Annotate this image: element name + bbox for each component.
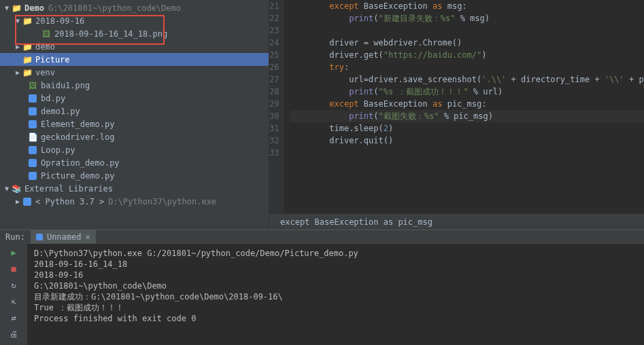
code-line[interactable]: try:	[290, 61, 644, 73]
tree-ext-libraries[interactable]: ▼ 📚 External Libraries	[0, 182, 269, 195]
line-number: 30	[269, 110, 279, 122]
folder-icon: 📁	[22, 16, 33, 26]
run-label: Run:	[0, 232, 31, 242]
tree-label: demo	[35, 42, 55, 52]
svg-rect-3	[29, 146, 37, 154]
console-output[interactable]: D:\Python37\python.exe G:/201801~/python…	[27, 244, 644, 345]
python-icon	[27, 158, 38, 168]
run-icon[interactable]: ▶	[11, 248, 16, 257]
svg-rect-5	[29, 172, 37, 180]
arrow-right-icon[interactable]: ▶	[14, 198, 22, 205]
close-icon[interactable]: ×	[85, 232, 90, 242]
tree-label: 2018-09-16	[35, 16, 84, 26]
arrow-down-icon[interactable]: ▼	[3, 4, 11, 12]
print-icon[interactable]: 🖨	[10, 329, 18, 339]
tree-label: Picture_demo.py	[41, 171, 114, 181]
tree-label: bd.py	[41, 94, 65, 103]
folder-icon: 📁	[22, 67, 33, 78]
tree-label: 2018-09-16-16_14_18.png	[54, 29, 167, 39]
code-line[interactable]: except BaseException as msg:	[290, 0, 644, 12]
tab-name: Unnamed	[47, 232, 82, 242]
folder-icon: 📁	[11, 3, 22, 14]
tree-folder-venv[interactable]: ▶ 📁 venv	[0, 66, 269, 79]
tree-label: baidu1.png	[41, 81, 90, 90]
tree-file[interactable]: 📄 geckodriver.log	[0, 130, 269, 143]
line-number: 21	[269, 0, 279, 12]
console-line: 2018-09-16	[34, 270, 637, 280]
project-tree[interactable]: ▼ 📁 Demo G:\201801~\python_code\Demo ▼ 📁…	[0, 0, 269, 208]
tree-folder-demo[interactable]: ▶ 📁 demo	[0, 40, 269, 53]
line-number: 25	[269, 49, 279, 61]
svg-rect-2	[29, 120, 37, 128]
code-line[interactable]: print("截图失败：%s" % pic_msg)	[290, 110, 644, 122]
arrow-down-icon[interactable]: ▼	[3, 185, 11, 192]
python-icon	[27, 106, 38, 117]
python-icon	[22, 196, 33, 207]
code-line[interactable]	[290, 147, 644, 159]
console-line: G:\201801~\python_code\Demo	[34, 280, 637, 291]
folder-icon: 📁	[22, 54, 33, 65]
tree-label: Picture	[35, 55, 70, 65]
console-line: D:\Python37\python.exe G:/201801~/python…	[34, 248, 637, 259]
tree-file[interactable]: bd.py	[0, 92, 269, 105]
image-icon: 🖼	[41, 29, 52, 39]
tree-label: External Libraries	[24, 184, 113, 194]
log-icon: 📄	[27, 132, 38, 143]
folder-icon: 📁	[22, 41, 33, 52]
code-line[interactable]: except BaseException as pic_msg:	[290, 98, 644, 110]
tree-project-root[interactable]: ▼ 📁 Demo G:\201801~\python_code\Demo	[0, 1, 269, 14]
arrow-down-icon[interactable]: ▼	[14, 17, 22, 24]
svg-rect-6	[23, 198, 31, 206]
tree-file[interactable]: demo1.py	[0, 105, 269, 117]
code-editor[interactable]: 21 22 23 24 25 26 27 28 29 30 31 32 33 e…	[269, 0, 644, 230]
tree-label: < Python 3.7 >	[35, 197, 104, 206]
line-number: 23	[269, 24, 279, 37]
line-number: 24	[269, 37, 279, 49]
svg-rect-0	[29, 94, 37, 103]
tree-path: D:\Python37\python.exe	[108, 197, 216, 206]
line-number: 26	[269, 61, 279, 73]
tree-label: geckodriver.log	[41, 132, 114, 142]
tree-file-png[interactable]: 🖼 2018-09-16-16_14_18.png	[0, 27, 269, 40]
code-line[interactable]: url=driver.save_screenshot('.\\' + direc…	[290, 73, 644, 86]
tree-file[interactable]: Picture_demo.py	[0, 169, 269, 182]
python-icon	[36, 234, 43, 240]
tree-folder-date[interactable]: ▼ 📁 2018-09-16	[0, 14, 269, 27]
code-line[interactable]	[290, 24, 644, 37]
code-content[interactable]: except BaseException as msg: print("新建目录…	[284, 0, 644, 213]
tree-folder-picture[interactable]: 📁 Picture	[0, 53, 269, 66]
arrow-right-icon[interactable]: ▶	[14, 43, 22, 50]
run-config-tab[interactable]: Unnamed ×	[31, 230, 96, 244]
code-line[interactable]: print("%s ：截图成功！！！" % url)	[290, 86, 644, 98]
tree-label: demo1.py	[41, 107, 80, 116]
stop-icon[interactable]: ■	[11, 264, 16, 274]
tree-file[interactable]: Opration_demo.py	[0, 156, 269, 169]
arrow-right-icon[interactable]: ▶	[14, 69, 22, 76]
line-number: 28	[269, 86, 279, 98]
breadcrumb-bar[interactable]: except BaseException as pic_msg	[269, 213, 644, 230]
python-icon	[27, 119, 38, 130]
tree-file[interactable]: Element_demo.py	[0, 117, 269, 130]
wrap-icon[interactable]: ⇄	[11, 313, 16, 323]
line-number: 22	[269, 12, 279, 24]
code-line[interactable]: time.sleep(2)	[290, 122, 644, 134]
code-line[interactable]: driver = webdriver.Chrome()	[290, 37, 644, 49]
up-icon[interactable]: ⇱	[11, 297, 16, 306]
run-panel: Run: Unnamed × ▶ ■ ↻ ⇱ ⇄ 🖨 🗑 📌 D:\Python…	[0, 230, 644, 345]
image-icon: 🖼	[27, 80, 38, 91]
project-path: G:\201801~\python_code\Demo	[48, 3, 181, 13]
code-line[interactable]: print("新建目录失败：%s" % msg)	[290, 12, 644, 24]
tree-label: Element_demo.py	[41, 120, 114, 129]
tree-python37[interactable]: ▶ < Python 3.7 > D:\Python37\python.exe	[0, 195, 269, 208]
run-tab-bar: Run: Unnamed ×	[0, 230, 644, 244]
line-number: 27	[269, 73, 279, 86]
line-number: 29	[269, 98, 279, 110]
console-line: 2018-09-16-16_14_18	[34, 259, 637, 270]
tree-file[interactable]: Loop.py	[0, 143, 269, 156]
run-toolbar: ▶ ■ ↻ ⇱ ⇄ 🖨 🗑 📌	[0, 244, 27, 345]
code-line[interactable]: driver.quit()	[290, 134, 644, 147]
tree-file[interactable]: 🖼 baidu1.png	[0, 79, 269, 92]
restart-icon[interactable]: ↻	[11, 280, 16, 290]
console-line: Process finished with exit code 0	[34, 313, 637, 324]
code-line[interactable]: driver.get("https://baidu.com/")	[290, 49, 644, 61]
